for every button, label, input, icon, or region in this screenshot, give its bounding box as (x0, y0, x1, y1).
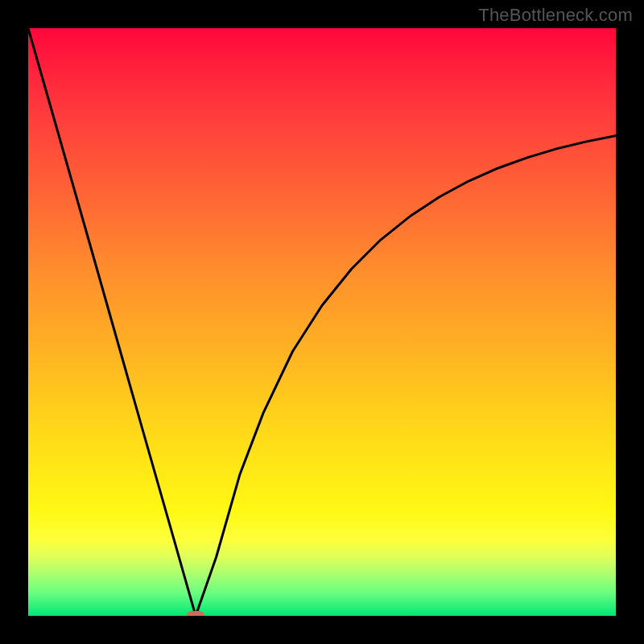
watermark-text: TheBottleneck.com (478, 5, 633, 26)
bottleneck-curve (28, 28, 616, 616)
plot-area (28, 28, 616, 616)
chart-frame: TheBottleneck.com (0, 0, 644, 644)
minimum-marker (187, 611, 204, 616)
